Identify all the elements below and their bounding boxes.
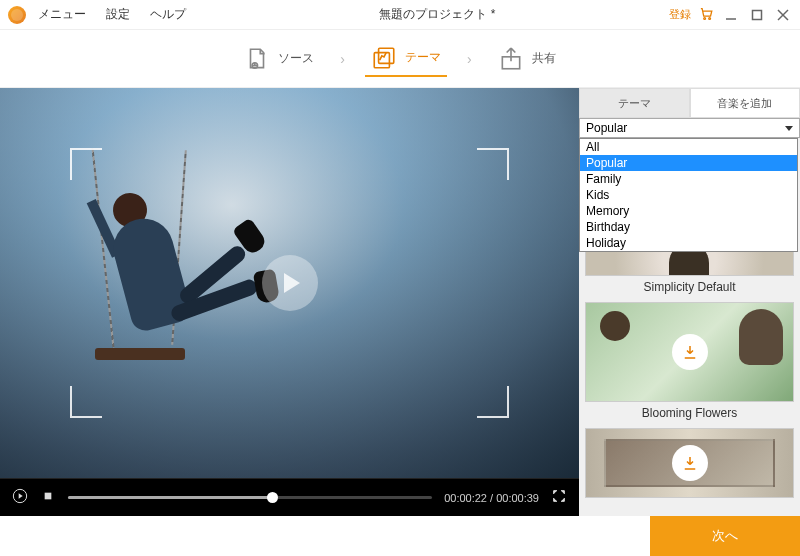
progress-bar[interactable] (68, 496, 432, 499)
menu-menu[interactable]: メニュー (38, 6, 86, 23)
svg-rect-14 (45, 493, 52, 500)
chevron-right-icon: › (340, 51, 345, 67)
theme-label: Simplicity Default (585, 276, 794, 298)
svg-rect-3 (753, 10, 762, 19)
svg-rect-10 (379, 48, 394, 63)
theme-label: Blooming Flowers (585, 402, 794, 424)
menu-settings[interactable]: 設定 (106, 6, 130, 23)
center-play-icon[interactable] (262, 255, 318, 311)
titlebar: メニュー 設定 ヘルプ 無題のプロジェクト * 登録 (0, 0, 800, 30)
stop-button[interactable] (40, 488, 56, 507)
download-icon[interactable] (672, 334, 708, 370)
maximize-button[interactable] (748, 6, 766, 24)
step-nav: ソース › テーマ › 共有 (0, 30, 800, 88)
step-share-label: 共有 (532, 50, 556, 67)
step-share[interactable]: 共有 (492, 42, 562, 76)
minimize-button[interactable] (722, 6, 740, 24)
svg-rect-9 (374, 52, 389, 67)
category-option-holiday[interactable]: Holiday (580, 235, 797, 251)
preview-pane: 00:00:22 / 00:00:39 (0, 88, 579, 516)
category-option-all[interactable]: All (580, 139, 797, 155)
window-title: 無題のプロジェクト * (206, 6, 669, 23)
category-option-popular[interactable]: Popular (580, 155, 797, 171)
step-theme-label: テーマ (405, 49, 441, 66)
svg-point-0 (704, 17, 706, 19)
svg-point-1 (709, 17, 711, 19)
theme-list: Simplicity Default Blooming Flowers (579, 230, 800, 516)
preview-canvas[interactable] (0, 88, 579, 478)
cart-icon[interactable] (699, 6, 714, 24)
step-source-label: ソース (278, 50, 314, 67)
play-button[interactable] (12, 488, 28, 507)
caret-down-icon (785, 126, 793, 131)
time-display: 00:00:22 / 00:00:39 (444, 492, 539, 504)
footer: 次へ (0, 516, 800, 556)
category-select-value: Popular (586, 121, 627, 135)
step-theme[interactable]: テーマ (365, 41, 447, 77)
fullscreen-button[interactable] (551, 488, 567, 507)
category-option-birthday[interactable]: Birthday (580, 219, 797, 235)
step-source[interactable]: ソース (238, 42, 320, 76)
category-option-family[interactable]: Family (580, 171, 797, 187)
theme-card[interactable] (585, 428, 794, 498)
category-dropdown: All Popular Family Kids Memory Birthday … (579, 138, 798, 252)
player-controls: 00:00:22 / 00:00:39 (0, 478, 579, 516)
tab-add-music[interactable]: 音楽を追加 (690, 88, 801, 118)
category-option-memory[interactable]: Memory (580, 203, 797, 219)
category-select[interactable]: Popular (579, 118, 800, 138)
app-logo-icon (8, 6, 26, 24)
svg-marker-13 (19, 493, 23, 498)
download-icon[interactable] (672, 445, 708, 481)
menu-help[interactable]: ヘルプ (150, 6, 186, 23)
sidebar: テーマ 音楽を追加 Popular All Popular Family Kid… (579, 88, 800, 516)
chevron-right-icon: › (467, 51, 472, 67)
tab-theme[interactable]: テーマ (579, 88, 690, 118)
login-link[interactable]: 登録 (669, 7, 691, 22)
theme-card[interactable]: Blooming Flowers (585, 302, 794, 424)
close-button[interactable] (774, 6, 792, 24)
category-option-kids[interactable]: Kids (580, 187, 797, 203)
next-button[interactable]: 次へ (650, 516, 800, 556)
